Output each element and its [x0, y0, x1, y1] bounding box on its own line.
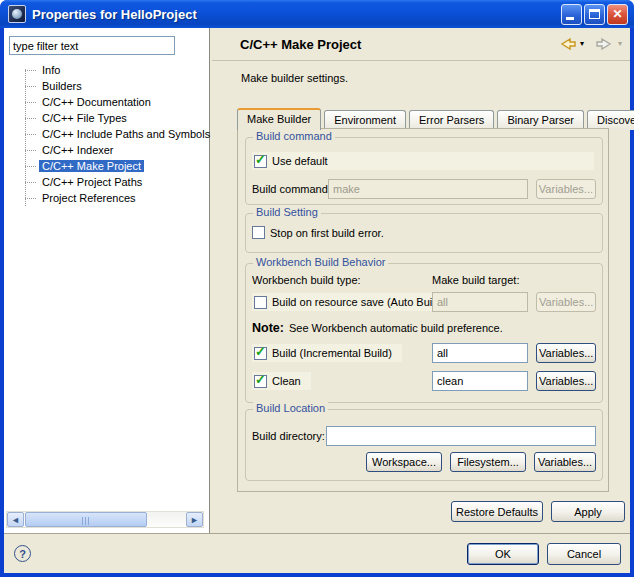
incremental-build-label: Build (Incremental Build): [272, 347, 392, 359]
properties-tree: Info Builders C/C++ Documentation C/C++ …: [4, 62, 209, 206]
workspace-button[interactable]: Workspace...: [366, 452, 442, 472]
build-command-variables-button: Variables...: [536, 179, 596, 199]
scroll-left-button[interactable]: ◄: [7, 512, 24, 527]
tree-item-info[interactable]: Info: [4, 62, 209, 78]
build-directory-field[interactable]: [326, 426, 596, 446]
history-navigation: ▾ ▾: [557, 36, 622, 52]
filesystem-button[interactable]: Filesystem...: [450, 452, 526, 472]
build-setting-group: Build Setting Stop on first build error.: [245, 213, 603, 253]
eclipse-globe-icon: [12, 9, 22, 19]
page-description: Make builder settings.: [241, 72, 348, 84]
close-icon: ✕: [608, 7, 627, 21]
clean-checkbox[interactable]: ✓: [254, 375, 267, 388]
tree-item-cpp-include-paths[interactable]: C/C++ Include Paths and Symbols: [4, 126, 209, 142]
clean-row: ✓ Clean: [252, 372, 311, 390]
tab-make-builder[interactable]: Make Builder: [237, 108, 321, 130]
ok-button[interactable]: OK: [467, 543, 539, 565]
stop-on-error-label: Stop on first build error.: [270, 227, 384, 239]
build-location-group: Build Location Build directory: Workspac…: [245, 409, 603, 481]
navigation-panel: Info Builders C/C++ Documentation C/C++ …: [4, 28, 209, 533]
note-text: See Workbench automatic build preference…: [289, 322, 503, 334]
build-command-group: Build command ✓ Use default Build comman…: [245, 137, 603, 205]
incremental-build-row: ✓ Build (Incremental Build): [252, 344, 402, 362]
window-title: Properties for HelloProject: [32, 7, 561, 22]
workbench-build-type-label: Workbench build type:: [252, 274, 432, 286]
tab-error-parsers[interactable]: Error Parsers: [409, 110, 494, 130]
horizontal-scrollbar[interactable]: ◄ ►: [6, 511, 204, 528]
scroll-right-button[interactable]: ►: [186, 512, 203, 527]
back-arrow-icon[interactable]: [557, 36, 577, 52]
build-location-group-title: Build Location: [253, 402, 328, 414]
content-panel: C/C++ Make Project ▾ ▾ Make builder sett…: [212, 28, 630, 533]
build-command-field: make: [328, 179, 528, 199]
forward-dropdown-icon: ▾: [618, 40, 622, 48]
use-default-row: ✓ Use default: [252, 152, 594, 170]
clean-variables-button[interactable]: Variables...: [536, 371, 596, 391]
tab-environment[interactable]: Environment: [324, 110, 406, 130]
make-build-target-label: Make build target:: [432, 274, 519, 286]
dialog-button-bar: ? OK Cancel: [4, 533, 630, 573]
window-icon: [8, 5, 26, 23]
incremental-build-checkbox[interactable]: ✓: [254, 347, 267, 360]
check-icon: ✓: [255, 347, 266, 357]
scrollbar-thumb[interactable]: [25, 512, 147, 527]
clean-target-field[interactable]: clean: [432, 371, 528, 391]
workbench-build-behavior-group: Workbench Build Behavior Workbench build…: [245, 263, 603, 403]
auto-build-label: Build on resource save (Auto Build): [272, 296, 444, 308]
tab-discovery-options[interactable]: Discovery Options: [587, 110, 634, 130]
note-label: Note:: [252, 321, 284, 335]
check-icon: ✓: [255, 155, 266, 165]
tree-item-cpp-make-project[interactable]: C/C++ Make Project: [4, 158, 209, 174]
auto-build-target-field: all: [432, 292, 528, 312]
minimize-icon: [566, 17, 574, 20]
maximize-icon: [589, 9, 600, 19]
cancel-button[interactable]: Cancel: [547, 543, 621, 565]
incremental-build-target-field[interactable]: all: [432, 343, 528, 363]
make-builder-pane: Build command ✓ Use default Build comman…: [237, 128, 609, 492]
close-button[interactable]: ✕: [607, 4, 628, 25]
tree-item-cpp-indexer[interactable]: C/C++ Indexer: [4, 142, 209, 158]
scrollbar-grip-icon: [82, 517, 90, 525]
auto-build-row: Build on resource save (Auto Build): [252, 293, 454, 311]
stop-on-error-checkbox[interactable]: [252, 226, 265, 239]
help-icon[interactable]: ?: [14, 545, 31, 562]
forward-arrow-icon: [595, 36, 615, 52]
page-title: C/C++ Make Project: [240, 37, 557, 52]
tree-item-cpp-project-paths[interactable]: C/C++ Project Paths: [4, 174, 209, 190]
build-setting-group-title: Build Setting: [253, 206, 321, 218]
tree-item-builders[interactable]: Builders: [4, 78, 209, 94]
page-header: C/C++ Make Project ▾ ▾: [212, 28, 630, 61]
properties-dialog: Properties for HelloProject ✕ Info Build…: [0, 0, 634, 577]
apply-row: Restore Defaults Apply: [451, 501, 625, 522]
scrollbar-track[interactable]: [148, 512, 186, 527]
tree-item-project-references[interactable]: Project References: [4, 190, 209, 206]
auto-build-variables-button: Variables...: [536, 292, 596, 312]
auto-build-checkbox[interactable]: [254, 296, 267, 309]
tab-binary-parser[interactable]: Binary Parser: [497, 110, 584, 130]
minimize-button[interactable]: [561, 4, 582, 25]
clean-label: Clean: [272, 375, 301, 387]
tab-bar: Make Builder Environment Error Parsers B…: [237, 108, 634, 130]
title-bar[interactable]: Properties for HelloProject ✕: [0, 0, 634, 28]
build-command-group-title: Build command: [253, 130, 335, 142]
tree-item-cpp-file-types[interactable]: C/C++ File Types: [4, 110, 209, 126]
use-default-label: Use default: [272, 155, 328, 167]
restore-defaults-button[interactable]: Restore Defaults: [451, 501, 543, 522]
window-controls: ✕: [561, 4, 628, 25]
incremental-build-variables-button[interactable]: Variables...: [536, 343, 596, 363]
back-dropdown-icon[interactable]: ▾: [580, 40, 584, 48]
use-default-checkbox[interactable]: ✓: [254, 155, 267, 168]
workbench-group-title: Workbench Build Behavior: [253, 256, 388, 268]
maximize-button[interactable]: [584, 4, 605, 25]
build-command-label: Build command:: [252, 183, 328, 195]
build-directory-label: Build directory:: [252, 430, 326, 442]
tree-item-cpp-documentation[interactable]: C/C++ Documentation: [4, 94, 209, 110]
filter-input[interactable]: [9, 36, 175, 55]
check-icon: ✓: [255, 375, 266, 385]
apply-button[interactable]: Apply: [551, 501, 625, 522]
build-directory-variables-button[interactable]: Variables...: [534, 452, 596, 472]
